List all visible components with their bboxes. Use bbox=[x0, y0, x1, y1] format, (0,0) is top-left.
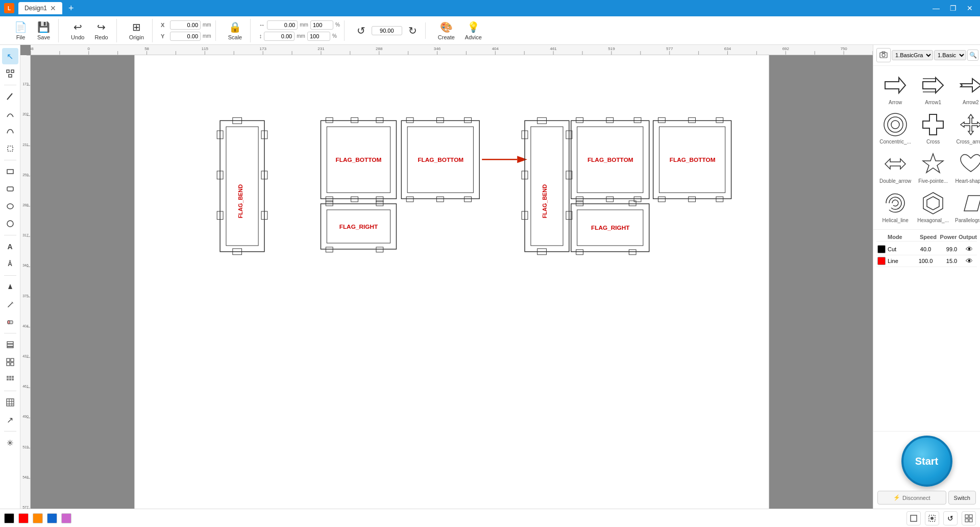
select-all-btn[interactable] bbox=[925, 511, 939, 525]
shape-arrow2[interactable]: Arrow2 bbox=[953, 70, 980, 107]
tab-close[interactable]: ✕ bbox=[50, 4, 56, 12]
svg-text:FLAG_BEND: FLAG_BEND bbox=[237, 184, 243, 218]
disconnect-button[interactable]: ⚡ Disconnect bbox=[877, 491, 946, 505]
pen-tool-btn[interactable] bbox=[2, 88, 18, 105]
color-purple[interactable] bbox=[61, 513, 71, 523]
rotate-cw-btn[interactable]: ↻ bbox=[404, 22, 421, 39]
shape-hexagonal[interactable]: Hexagonal_... bbox=[915, 188, 951, 225]
node-edit-btn[interactable] bbox=[2, 65, 18, 82]
shape-cross[interactable]: Cross bbox=[915, 109, 951, 147]
file-btn[interactable]: 📄 File bbox=[10, 19, 31, 42]
svg-rect-20 bbox=[9, 376, 11, 378]
shape-concentric[interactable]: Concentric_... bbox=[877, 109, 913, 147]
undo-btn[interactable]: ↩ Undo bbox=[67, 19, 88, 42]
rotate-ccw-icon: ↺ bbox=[357, 25, 365, 37]
arrow-path-btn[interactable]: ↗ bbox=[2, 412, 18, 428]
color-orange[interactable] bbox=[33, 513, 43, 523]
w-input[interactable] bbox=[267, 20, 298, 30]
shape-helical[interactable]: Helical_line bbox=[877, 188, 913, 225]
disconnect-icon: ⚡ bbox=[893, 494, 900, 501]
w-pct-unit: % bbox=[335, 22, 340, 28]
shape-arrow[interactable]: Arrow bbox=[877, 70, 913, 107]
maximize-btn[interactable]: ❐ bbox=[947, 3, 960, 13]
curve-btn[interactable] bbox=[2, 123, 18, 139]
layer-btn[interactable] bbox=[2, 337, 18, 353]
layer-select[interactable]: 1.BasicGra bbox=[892, 50, 933, 60]
advice-btn[interactable]: 💡 Advice bbox=[461, 19, 486, 42]
origin-btn[interactable]: ⊞ Origin bbox=[125, 19, 148, 42]
minimize-btn[interactable]: — bbox=[929, 3, 943, 13]
svg-text:FLAG_BOTTOM: FLAG_BOTTOM bbox=[670, 156, 716, 163]
svg-rect-6 bbox=[7, 187, 13, 191]
shape-cross-arrow[interactable]: Cross_arrow bbox=[953, 109, 980, 147]
eraser-btn[interactable] bbox=[2, 314, 18, 330]
rotation-input[interactable] bbox=[372, 26, 402, 35]
camera-icon-btn[interactable] bbox=[876, 48, 891, 62]
start-button[interactable]: Start bbox=[901, 436, 952, 487]
group-btn[interactable] bbox=[2, 354, 18, 370]
array-btn[interactable] bbox=[2, 371, 18, 388]
layer-eye-1[interactable]: 👁 bbox=[966, 257, 976, 265]
layer-mode-0: Cut bbox=[888, 246, 912, 252]
rotate-ccw-btn[interactable]: ↺ bbox=[353, 22, 370, 39]
svg-text:750: 750 bbox=[840, 46, 847, 51]
svg-rect-17 bbox=[7, 363, 10, 366]
close-btn[interactable]: ✕ bbox=[964, 3, 976, 13]
color-red[interactable] bbox=[18, 513, 29, 523]
new-tab-btn[interactable]: + bbox=[68, 3, 74, 14]
h-input[interactable] bbox=[264, 32, 295, 41]
table-btn[interactable] bbox=[2, 394, 18, 411]
round-rect-btn[interactable] bbox=[2, 181, 18, 197]
y-input[interactable] bbox=[170, 32, 201, 41]
rect-select-btn[interactable] bbox=[906, 511, 921, 525]
svg-text:-58: -58 bbox=[31, 46, 34, 51]
layers-header: Mode Speed Power Output bbox=[876, 233, 977, 242]
layer-row-0[interactable]: Cut 40.0 99.0 👁 bbox=[876, 244, 977, 255]
color-blue[interactable] bbox=[47, 513, 57, 523]
active-tab[interactable]: Design1 ✕ bbox=[18, 2, 62, 14]
bottom-toolbar: ↺ bbox=[0, 509, 980, 527]
x-input[interactable] bbox=[170, 20, 201, 30]
shape-double-arrow[interactable]: Double_arrow bbox=[877, 149, 913, 186]
mode-header: Mode bbox=[876, 234, 918, 240]
shape-parallelogram[interactable]: Parallelogram bbox=[953, 188, 980, 225]
w-unit: mm bbox=[300, 22, 308, 28]
h-pct[interactable] bbox=[307, 32, 330, 41]
canvas-area[interactable]: /* ruler ticks drawn by JS below */ -580… bbox=[20, 45, 873, 509]
search-icon-btn[interactable]: 🔍 bbox=[967, 50, 978, 61]
create-btn[interactable]: 🎨 Create bbox=[434, 19, 459, 42]
scale-btn[interactable]: 🔒 Scale bbox=[224, 19, 247, 42]
special-btn[interactable]: ✳ bbox=[2, 435, 18, 451]
text2-btn[interactable]: Â bbox=[2, 256, 18, 272]
switch-button[interactable]: Switch bbox=[948, 491, 976, 505]
shape-arrow1[interactable]: Arrow1 bbox=[915, 70, 951, 107]
canvas[interactable]: FLAG_BEND FLAG_BOTTOM bbox=[31, 55, 873, 509]
rect-tool-btn[interactable] bbox=[2, 163, 18, 180]
select-tool-btn[interactable]: ↖ bbox=[2, 48, 18, 64]
shape-five-pointed[interactable]: Five-pointe... bbox=[915, 149, 951, 186]
shape-helical-label: Helical_line bbox=[883, 218, 909, 223]
svg-rect-204 bbox=[969, 515, 972, 518]
layer-row-1[interactable]: Line 100.0 15.0 👁 bbox=[876, 255, 977, 267]
pencil-btn[interactable] bbox=[2, 296, 18, 313]
bezier-btn[interactable] bbox=[2, 106, 18, 122]
save-btn[interactable]: 💾 Save bbox=[33, 19, 54, 42]
layer-power-1: 15.0 bbox=[940, 258, 964, 264]
svg-marker-196 bbox=[923, 154, 943, 173]
grid-btn[interactable] bbox=[962, 511, 976, 525]
circle-btn[interactable] bbox=[2, 215, 18, 232]
crop-btn[interactable] bbox=[2, 140, 18, 157]
file-group: 📄 File 💾 Save bbox=[6, 19, 59, 42]
refresh-btn[interactable]: ↺ bbox=[943, 511, 958, 525]
text-btn[interactable]: A bbox=[2, 238, 18, 255]
y-label: Y bbox=[161, 33, 168, 39]
design-canvas[interactable]: FLAG_BEND FLAG_BOTTOM bbox=[31, 55, 873, 509]
shape-heart[interactable]: Heart-shaped bbox=[953, 149, 980, 186]
fill-btn[interactable] bbox=[2, 279, 18, 295]
color-black[interactable] bbox=[4, 513, 14, 523]
layer-eye-0[interactable]: 👁 bbox=[966, 245, 976, 253]
w-pct[interactable] bbox=[310, 20, 333, 30]
redo-btn[interactable]: ↪ Redo bbox=[90, 19, 112, 42]
ellipse-btn[interactable] bbox=[2, 198, 18, 214]
mode-select[interactable]: 1.Basic bbox=[934, 50, 966, 60]
